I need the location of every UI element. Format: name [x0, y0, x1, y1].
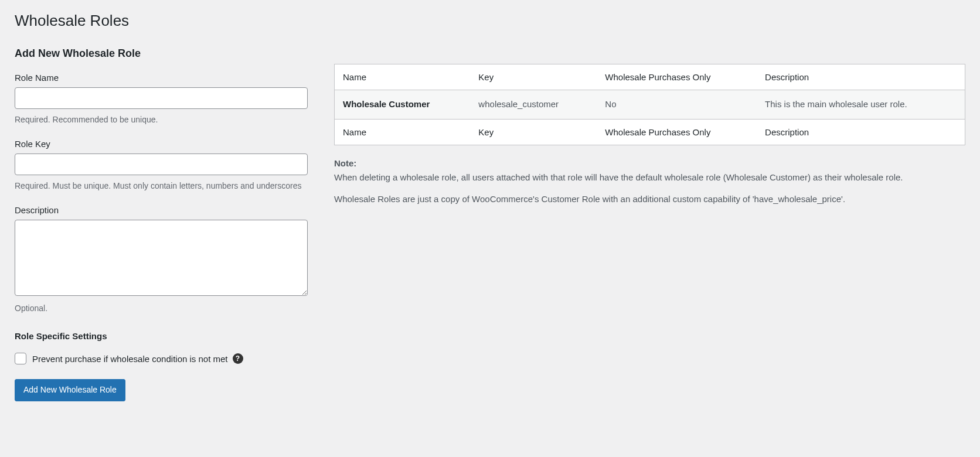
note-para-2: Wholesale Roles are just a copy of WooCo…	[334, 192, 965, 206]
role-name-input[interactable]	[15, 87, 308, 109]
page-title: Wholesale Roles	[15, 12, 965, 30]
table-header-row: Name Key Wholesale Purchases Only Descri…	[335, 64, 965, 90]
cell-wholesale-only: No	[597, 90, 757, 120]
role-name-field: Role Name Required. Recommended to be un…	[15, 73, 308, 126]
col-key: Key	[470, 64, 597, 90]
fcol-key: Key	[470, 119, 597, 145]
cell-description: This is the main wholesale user role.	[757, 90, 965, 120]
layout-columns: Add New Wholesale Role Role Name Require…	[15, 47, 965, 401]
cell-name: Wholesale Customer	[335, 90, 471, 120]
col-name: Name	[335, 64, 471, 90]
role-key-field: Role Key Required. Must be unique. Must …	[15, 139, 308, 192]
role-key-label: Role Key	[15, 139, 308, 149]
prevent-purchase-row: Prevent purchase if wholesale condition …	[15, 353, 308, 364]
note-heading: Note:	[334, 158, 965, 168]
help-icon[interactable]: ?	[233, 353, 243, 364]
add-role-button[interactable]: Add New Wholesale Role	[15, 379, 125, 401]
table-footer-row: Name Key Wholesale Purchases Only Descri…	[335, 119, 965, 145]
role-name-helper: Required. Recommended to be unique.	[15, 114, 308, 126]
cell-key: wholesale_customer	[470, 90, 597, 120]
prevent-purchase-label-wrap: Prevent purchase if wholesale condition …	[32, 353, 243, 364]
description-helper: Optional.	[15, 302, 308, 315]
note-block: Note: When deleting a wholesale role, al…	[334, 158, 965, 206]
note-para-1: When deleting a wholesale role, all user…	[334, 170, 965, 184]
roles-table: Name Key Wholesale Purchases Only Descri…	[334, 64, 965, 145]
col-description: Description	[757, 64, 965, 90]
role-key-input[interactable]	[15, 154, 308, 175]
fcol-name: Name	[335, 119, 471, 145]
fcol-wholesale-only: Wholesale Purchases Only	[597, 119, 757, 145]
description-label: Description	[15, 205, 308, 215]
prevent-purchase-label: Prevent purchase if wholesale condition …	[32, 354, 228, 364]
description-input[interactable]	[15, 220, 308, 296]
role-key-helper: Required. Must be unique. Must only cont…	[15, 180, 308, 192]
prevent-purchase-checkbox[interactable]	[15, 353, 26, 364]
table-row[interactable]: Wholesale Customer wholesale_customer No…	[335, 90, 965, 120]
description-field: Description Optional.	[15, 205, 308, 315]
form-column: Add New Wholesale Role Role Name Require…	[15, 47, 308, 401]
form-heading: Add New Wholesale Role	[15, 47, 308, 60]
col-wholesale-only: Wholesale Purchases Only	[597, 64, 757, 90]
role-name-label: Role Name	[15, 73, 308, 83]
table-column: Name Key Wholesale Purchases Only Descri…	[334, 47, 965, 214]
fcol-description: Description	[757, 119, 965, 145]
role-settings-heading: Role Specific Settings	[15, 331, 308, 341]
